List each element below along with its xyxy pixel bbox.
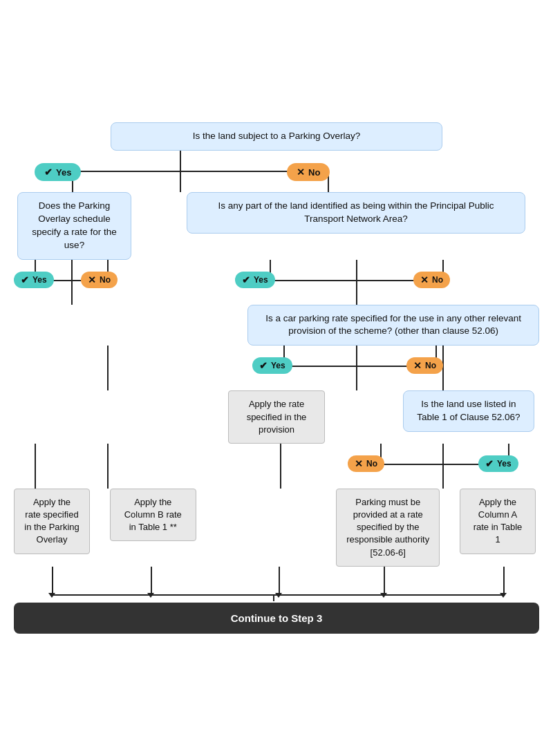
col-q3: Is any part of the land identified as be…: [173, 192, 539, 234]
flowchart-wrapper: Is the land subject to a Parking Overlay…: [14, 115, 539, 641]
yes-pill-q5: ✔Yes: [478, 455, 518, 472]
row-q4-connectors: ✔Yes ✕No: [14, 346, 539, 390]
row-q2-q3-connectors: ✔Yes ✕No ✔Yes ✕No: [14, 260, 539, 305]
col-q2: Does the Parking Overlay schedule specif…: [14, 192, 135, 260]
row-outputs: Apply the rate specified in the Parking …: [14, 489, 539, 567]
row-out3-q5: Apply the rate specified in the provisio…: [14, 390, 539, 444]
output-5: Apply the Column A rate in Table 1: [460, 489, 539, 554]
no-pill-q2: ✕No: [81, 272, 118, 288]
row-q2-q3: Does the Parking Overlay schedule specif…: [14, 192, 539, 260]
yes-pill-q1: ✔Yes: [35, 163, 81, 181]
no-pill-q3: ✕No: [413, 272, 450, 288]
row-q5-connectors: ✕No ✔Yes: [14, 444, 539, 489]
col-q5: Is the land use listed in Table 1 of Cla…: [403, 390, 539, 432]
output-2: Apply the Column B rate in Table 1 **: [110, 489, 200, 542]
bottom-connectors: [14, 567, 539, 601]
yes-pill-q3: ✔Yes: [235, 272, 275, 288]
q1-connectors: ✔Yes ✕No: [14, 151, 539, 192]
no-pill-q1: ✕No: [287, 163, 330, 181]
row-out1-q4: Is a car parking rate specified for the …: [14, 305, 539, 346]
diagram-content: Is the land subject to a Parking Overlay…: [14, 115, 539, 641]
yes-pill-q4: ✔Yes: [252, 357, 292, 374]
yes-pill-q2: ✔Yes: [14, 272, 54, 288]
no-pill-q5: ✕No: [348, 455, 384, 472]
col-out3: Apply the rate specified in the provisio…: [228, 390, 330, 444]
output-1: Apply the rate specified in the Parking …: [14, 489, 93, 554]
col-q4: Is a car parking rate specified for the …: [247, 305, 539, 346]
q1-box: Is the land subject to a Parking Overlay…: [111, 122, 442, 151]
bottom-bar: Continue to Step 3: [14, 603, 539, 634]
output-4: Parking must be provided at a rate speci…: [336, 489, 443, 567]
no-pill-q4: ✕No: [406, 357, 443, 374]
